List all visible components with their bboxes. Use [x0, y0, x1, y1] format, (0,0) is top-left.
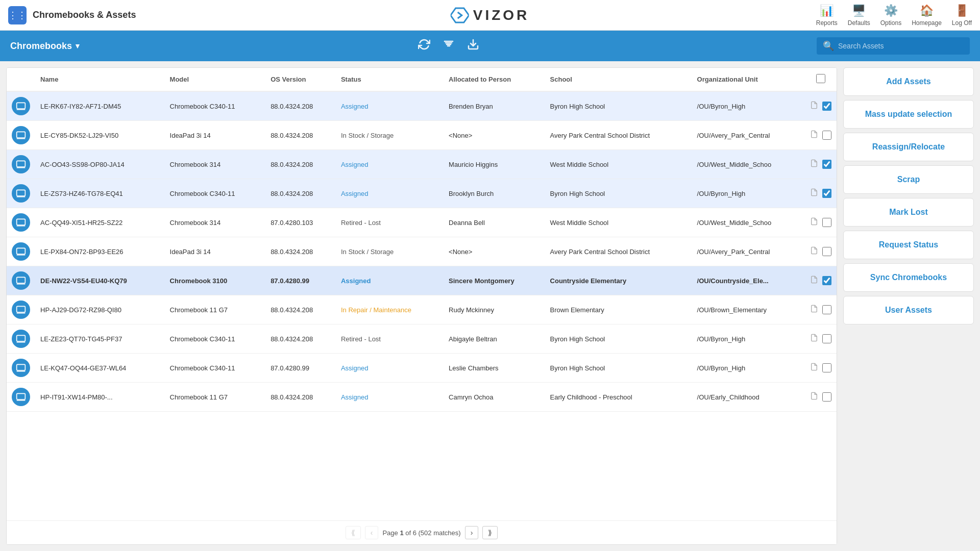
row-checkbox[interactable]	[822, 247, 831, 256]
nav-homepage[interactable]: 🏠 Homepage	[912, 4, 942, 27]
row-checkbox-cell	[805, 208, 837, 237]
svg-rect-18	[17, 248, 26, 254]
row-checkbox[interactable]	[822, 131, 831, 140]
row-doc-icon[interactable]	[810, 101, 818, 111]
last-page-button[interactable]: ⟫	[482, 526, 498, 539]
row-doc-icon[interactable]	[810, 276, 818, 286]
row-checkbox[interactable]	[822, 160, 831, 169]
svg-marker-0	[451, 8, 469, 22]
chromebook-icon	[12, 271, 30, 290]
filter-icon[interactable]	[443, 38, 455, 54]
row-name: DE-NW22-VS54-EU40-KQ79	[35, 266, 165, 295]
row-doc-icon[interactable]	[810, 305, 818, 315]
row-doc-icon[interactable]	[810, 159, 818, 169]
row-org-unit: /OU/Avery_Park_Central	[692, 237, 805, 266]
nav-logoff[interactable]: 🚪 Log Off	[952, 4, 972, 27]
row-doc-icon[interactable]	[810, 363, 818, 373]
add-assets-button[interactable]: Add Assets	[843, 67, 974, 96]
row-checkbox[interactable]	[822, 102, 831, 111]
user-assets-button[interactable]: User Assets	[843, 296, 974, 324]
page-label: Page	[382, 529, 398, 537]
table-row: LE-PX84-ON72-BP93-EE26IdeaPad 3i 1488.0.…	[7, 237, 837, 266]
first-page-button[interactable]: ⟪	[346, 526, 361, 539]
row-icon-cell	[7, 324, 35, 354]
chromebook-icon	[12, 300, 30, 319]
th-icon	[7, 68, 35, 91]
nav-options[interactable]: ⚙️ Options	[880, 4, 901, 27]
row-doc-icon[interactable]	[810, 392, 818, 402]
row-model: IdeaPad 3i 14	[165, 121, 266, 150]
row-name: AC-QQ49-XI51-HR25-SZ22	[35, 208, 165, 237]
app-grid-button[interactable]: ⋮⋮	[8, 6, 27, 24]
mark-lost-button[interactable]: Mark Lost	[843, 198, 974, 227]
vizor-logo: VIZOR	[451, 7, 530, 23]
row-school: Avery Park Central School District	[545, 121, 692, 150]
row-doc-icon[interactable]	[810, 217, 818, 228]
table-row: LE-KQ47-OQ44-GE37-WL64Chromebook C340-11…	[7, 354, 837, 383]
sync-chromebooks-button[interactable]: Sync Chromebooks	[843, 263, 974, 292]
table-body: LE-RK67-IY82-AF71-DM45Chromebook C340-11…	[7, 91, 837, 412]
row-model: Chromebook C340-11	[165, 91, 266, 121]
row-model: Chromebook 3100	[165, 266, 266, 295]
table-container[interactable]: Name Model OS Version Status Allocated t…	[7, 68, 837, 520]
row-status: Assigned	[336, 150, 444, 179]
reassign-relocate-button[interactable]: Reassign/Relocate	[843, 133, 974, 161]
row-school: West Middle School	[545, 208, 692, 237]
chromebook-icon	[12, 213, 30, 232]
current-page: 1	[400, 529, 403, 537]
row-checkbox[interactable]	[822, 363, 831, 372]
row-checkbox-cell	[805, 354, 837, 383]
row-os-version: 88.0.4324.208	[265, 121, 336, 150]
row-icon-cell	[7, 295, 35, 324]
search-icon: 🔍	[823, 40, 834, 52]
row-os-version: 88.0.4324.208	[265, 179, 336, 208]
th-org-unit: Organizational Unit	[692, 68, 805, 91]
row-doc-icon[interactable]	[810, 130, 818, 140]
mass-update-button[interactable]: Mass update selection	[843, 100, 974, 129]
row-checkbox[interactable]	[822, 189, 831, 198]
row-org-unit: /OU/Byron_High	[692, 354, 805, 383]
row-checkbox[interactable]	[822, 392, 831, 402]
request-status-button[interactable]: Request Status	[843, 231, 974, 259]
logoff-icon: 🚪	[955, 4, 969, 17]
prev-page-button[interactable]: ‹	[365, 526, 379, 539]
svg-rect-20	[17, 277, 26, 283]
row-school: Avery Park Central School District	[545, 237, 692, 266]
row-checkbox-cell	[805, 266, 837, 295]
options-label: Options	[880, 19, 901, 27]
row-checkbox[interactable]	[822, 305, 831, 314]
chromebooks-dropdown[interactable]: Chromebooks ▼	[10, 41, 81, 52]
th-model: Model	[165, 68, 266, 91]
defaults-icon: 🖥️	[852, 4, 866, 17]
row-checkbox[interactable]	[822, 334, 831, 343]
next-page-button[interactable]: ›	[465, 526, 479, 539]
svg-rect-24	[17, 335, 26, 341]
row-name: LE-PX84-ON72-BP93-EE26	[35, 237, 165, 266]
row-name: LE-ZS73-HZ46-TG78-EQ41	[35, 179, 165, 208]
row-status: Assigned	[336, 354, 444, 383]
row-status: Assigned	[336, 266, 444, 295]
search-box[interactable]: 🔍	[817, 37, 970, 55]
row-checkbox[interactable]	[822, 218, 831, 227]
row-checkbox-cell	[805, 237, 837, 266]
search-input[interactable]	[838, 42, 964, 50]
table-row: AC-OO43-SS98-OP80-JA14Chromebook 31488.0…	[7, 150, 837, 179]
select-all-checkbox[interactable]	[816, 74, 825, 83]
row-org-unit: /OU/West_Middle_Schoo	[692, 208, 805, 237]
row-checkbox[interactable]	[822, 276, 831, 285]
row-doc-icon[interactable]	[810, 188, 818, 198]
row-icon-cell	[7, 121, 35, 150]
nav-reports[interactable]: 📊 Reports	[816, 4, 838, 27]
scrap-button[interactable]: Scrap	[843, 165, 974, 194]
download-icon[interactable]	[467, 38, 479, 54]
top-nav-right: 📊 Reports 🖥️ Defaults ⚙️ Options 🏠 Homep…	[816, 4, 972, 27]
th-school: School	[545, 68, 692, 91]
row-doc-icon[interactable]	[810, 334, 818, 344]
th-checkbox[interactable]	[805, 68, 837, 91]
refresh-icon[interactable]	[418, 38, 430, 54]
row-doc-icon[interactable]	[810, 246, 818, 257]
row-allocated: <None>	[444, 121, 545, 150]
nav-defaults[interactable]: 🖥️ Defaults	[848, 4, 870, 27]
row-name: HP-AJ29-DG72-RZ98-QI80	[35, 295, 165, 324]
row-icon-cell	[7, 91, 35, 121]
